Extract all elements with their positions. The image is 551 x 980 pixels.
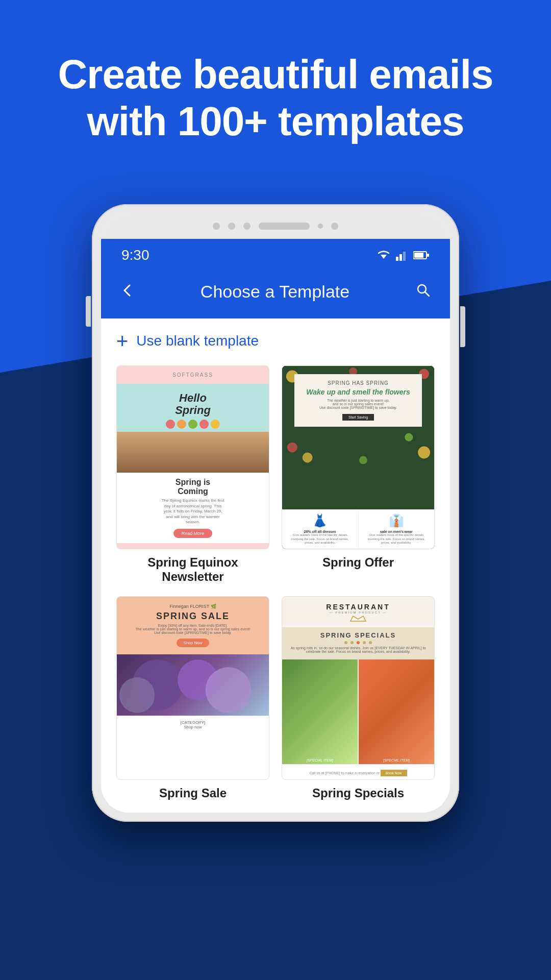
ssp-spring: SPRING SPECIALS: [286, 631, 430, 639]
template-preview-spring-sale: Finnegan FLORIST 🌿 SPRING SALE Enjoy [30…: [116, 596, 269, 780]
template-name-spring-specials: Spring Specials: [282, 786, 435, 800]
phone-screen-container: 9:30: [101, 213, 450, 813]
template-card-spring-specials[interactable]: RESTAURANT — PREMIUM PRODUCT — SPRING SP…: [282, 596, 435, 800]
status-bar: 9:30: [101, 239, 450, 268]
ss-header: Finnegan FLORIST 🌿 SPRING SALE Enjoy [30…: [117, 597, 269, 654]
volume-button: [86, 296, 91, 327]
dec-dot-2: [350, 641, 354, 644]
ssp-photo-salad: [SPECIAL ITEM]: [282, 659, 358, 764]
hero-title: Create beautiful emails with 100+ templa…: [31, 51, 520, 145]
ssp-photo-salmon: [SPECIAL ITEM]: [359, 659, 434, 764]
phone-outer-shell: 9:30: [92, 204, 459, 822]
ss-title: SPRING SALE: [124, 611, 262, 622]
template-name-spring-sale: Spring Sale: [116, 786, 269, 800]
ssp-photos: [SPECIAL ITEM] [SPECIAL ITEM]: [282, 659, 434, 764]
so-cta: Start Saving: [342, 414, 374, 421]
ss-flowers-svg: [117, 654, 269, 716]
template-name-spring-offer: Spring Offer: [282, 555, 435, 570]
template-preview-spring-specials: RESTAURANT — PREMIUM PRODUCT — SPRING SP…: [282, 596, 435, 780]
hero-section: Create beautiful emails with 100+ templa…: [0, 51, 551, 145]
ssp-header: RESTAURANT — PREMIUM PRODUCT —: [282, 597, 434, 627]
flower-green: [188, 420, 197, 429]
wifi-icon: [377, 250, 391, 261]
ssp-title-section: SPRING SPECIALS As spring rolls in, so: [282, 627, 434, 659]
seq-hello: HelloSpring: [123, 392, 263, 416]
seq-brand: SOFTGRASS: [123, 372, 263, 378]
ss-brand: Finnegan FLORIST 🌿: [124, 604, 262, 609]
svg-rect-3: [403, 252, 406, 261]
status-time: 9:30: [121, 247, 149, 263]
so-product-mens: 👔 sale on men's wear Give readers more o…: [359, 509, 435, 549]
dec-dot-4: [363, 641, 366, 644]
seq-body-text: The Spring Equinox marks the firstday of…: [125, 498, 261, 525]
flower-red: [166, 420, 175, 429]
product-desc-dresses: Give readers more of the specific detail…: [286, 533, 354, 545]
dress-icon: 👗: [286, 513, 354, 528]
svg-point-21: [206, 667, 251, 713]
back-button[interactable]: [116, 277, 139, 306]
dec-dot-5: [369, 641, 372, 644]
content-area: + Use blank template SOFTGRASS: [101, 318, 450, 813]
product-title-mens: sale on men's wear: [363, 530, 431, 533]
phone-mockup: 9:30: [92, 204, 459, 822]
suit-icon: 👔: [363, 513, 431, 528]
ss-photo: [117, 654, 269, 716]
blank-template-button[interactable]: + Use blank template: [116, 331, 435, 351]
phone-sensors-bar: [101, 213, 450, 239]
sensor-dot-4: [331, 223, 338, 230]
svg-point-13: [418, 447, 430, 459]
svg-rect-2: [399, 254, 402, 261]
dec-dot-3: [357, 641, 360, 644]
app-bar: Choose a Template: [101, 268, 450, 318]
ssp-footer: Call us at [PHONE] to make a reservation…: [282, 764, 434, 779]
power-button: [460, 306, 465, 347]
svg-point-18: [359, 456, 367, 464]
so-floral-bg: SPRING HAS SPRING Wake up and smell the …: [282, 366, 434, 509]
ss-body: Enjoy [30%] off any item. Sale ends [DAT…: [124, 624, 262, 634]
flower-orange: [177, 420, 186, 429]
so-inner: SPRING HAS SPRING Wake up and smell the …: [294, 374, 422, 427]
seq-top: SOFTGRASS: [117, 366, 269, 384]
svg-point-15: [405, 433, 413, 442]
so-body: The weather is just starting to warm up,…: [300, 399, 416, 409]
battery-icon: [413, 250, 430, 261]
seq-photo: [117, 432, 269, 473]
template-card-spring-offer[interactable]: SPRING HAS SPRING Wake up and smell the …: [282, 365, 435, 584]
status-icons: [377, 250, 430, 261]
crown-icon: [348, 614, 368, 622]
template-card-spring-equinox[interactable]: SOFTGRASS HelloSpring: [116, 365, 269, 584]
template-card-spring-sale[interactable]: Finnegan FLORIST 🌿 SPRING SALE Enjoy [30…: [116, 596, 269, 800]
svg-point-14: [287, 443, 297, 453]
svg-line-8: [425, 292, 429, 296]
speaker: [259, 223, 310, 230]
ssp-photo-salmon-label: [SPECIAL ITEM]: [359, 758, 434, 762]
flower-yellow: [211, 420, 220, 429]
svg-rect-1: [396, 257, 398, 261]
seq-read-more: Read More: [173, 529, 213, 538]
template-preview-spring-offer: SPRING HAS SPRING Wake up and smell the …: [282, 365, 435, 549]
svg-point-22: [119, 677, 155, 713]
seq-bottom: Spring isComing The Spring Equinox marks…: [117, 473, 269, 543]
seq-flowers: [123, 420, 263, 429]
ssp-decorative: [286, 641, 430, 644]
ss-category: [CATEGORY]Shop now: [117, 716, 269, 733]
ssp-photo-salad-label: [SPECIAL ITEM]: [282, 758, 358, 762]
dec-dot-1: [344, 641, 347, 644]
flower-red2: [199, 420, 209, 429]
search-button[interactable]: [411, 278, 435, 306]
sensor-dot-3: [318, 224, 323, 229]
so-products: 👗 20% off all dresses Give readers more …: [282, 509, 434, 549]
seq-mint: HelloSpring: [117, 384, 269, 432]
svg-rect-6: [427, 254, 429, 257]
template-name-spring-equinox: Spring Equinox Newsletter: [116, 555, 269, 584]
front-camera: [213, 223, 220, 230]
template-grid: SOFTGRASS HelloSpring: [116, 365, 435, 800]
product-title-dresses: 20% off all dresses: [286, 530, 354, 533]
ss-cta: Shop Now: [177, 639, 210, 647]
ssp-cta: Book Now: [381, 770, 407, 776]
seq-coming: Spring isComing: [125, 478, 261, 496]
template-preview-spring-equinox: SOFTGRASS HelloSpring: [116, 365, 269, 549]
ssp-body-text: As spring rolls in, so do our seasonal d…: [286, 646, 430, 653]
so-title: Wake up and smell the flowers: [300, 388, 416, 397]
ssp-brand: RESTAURANT: [286, 603, 430, 611]
